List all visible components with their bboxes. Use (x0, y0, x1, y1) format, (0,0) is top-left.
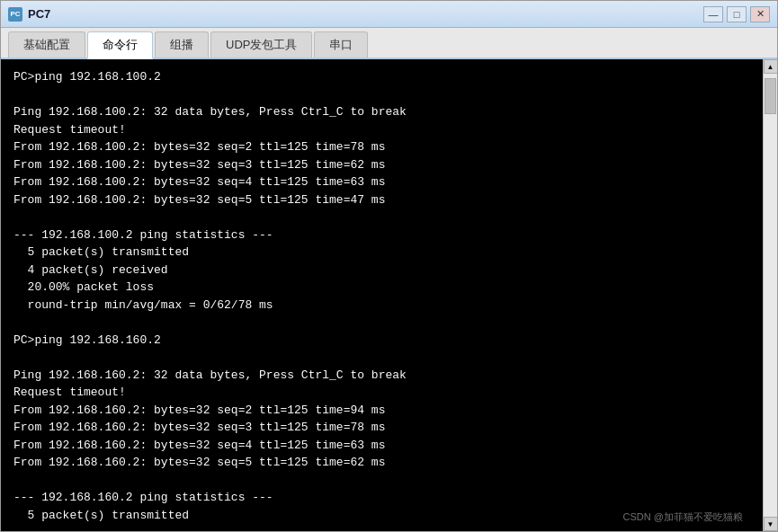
title-bar: PC PC7 — □ ✕ (1, 1, 777, 28)
title-buttons: — □ ✕ (703, 6, 770, 22)
scroll-track[interactable] (764, 74, 777, 517)
tab-bar: 基础配置 命令行 组播 UDP发包工具 串口 (1, 28, 777, 59)
scroll-down-button[interactable]: ▼ (764, 517, 778, 531)
tab-command-line[interactable]: 命令行 (87, 31, 153, 59)
maximize-button[interactable]: □ (727, 6, 747, 22)
window-title: PC7 (28, 7, 50, 21)
minimize-button[interactable]: — (703, 6, 723, 22)
close-button[interactable]: ✕ (750, 6, 770, 22)
scroll-up-button[interactable]: ▲ (764, 59, 778, 74)
title-bar-left: PC PC7 (8, 7, 50, 22)
tab-serial[interactable]: 串口 (314, 31, 368, 58)
window-icon: PC (8, 7, 22, 22)
main-window: PC PC7 — □ ✕ 基础配置 命令行 组播 UDP发包工具 串口 PC>p… (0, 0, 778, 532)
content-area: PC>ping 192.168.100.2 Ping 192.168.100.2… (1, 59, 777, 531)
tab-multicast[interactable]: 组播 (155, 31, 209, 58)
terminal-output[interactable]: PC>ping 192.168.100.2 Ping 192.168.100.2… (1, 59, 763, 531)
tab-udp-tool[interactable]: UDP发包工具 (210, 31, 312, 58)
terminal-wrapper: PC>ping 192.168.100.2 Ping 192.168.100.2… (1, 59, 763, 531)
tab-basic-config[interactable]: 基础配置 (8, 31, 85, 58)
scrollbar[interactable]: ▲ ▼ (763, 59, 777, 531)
scroll-thumb[interactable] (765, 78, 776, 114)
